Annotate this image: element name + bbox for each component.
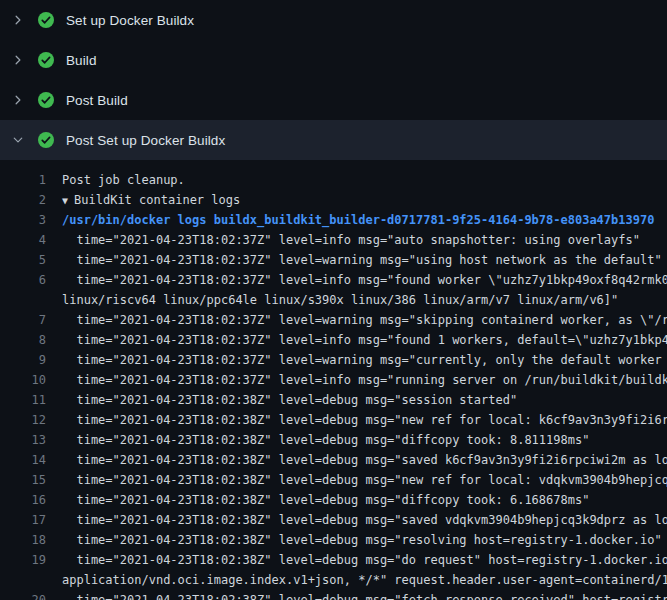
log-text: time="2021-04-23T18:02:38Z" level=debug …: [46, 450, 667, 470]
success-check-icon: [38, 92, 54, 108]
log-group-header[interactable]: ▼ BuildKit container logs: [46, 190, 240, 210]
line-number[interactable]: 4: [0, 230, 46, 250]
log-line: 7 time="2021-04-23T18:02:37Z" level=warn…: [0, 310, 667, 330]
log-line: 9 time="2021-04-23T18:02:37Z" level=warn…: [0, 350, 667, 370]
log-text: time="2021-04-23T18:02:37Z" level=info m…: [46, 330, 667, 350]
log-line: 8 time="2021-04-23T18:02:37Z" level=info…: [0, 330, 667, 350]
step-header-set-up-docker-buildx[interactable]: Set up Docker Buildx: [0, 0, 667, 40]
log-text: time="2021-04-23T18:02:38Z" level=debug …: [46, 470, 667, 490]
line-number[interactable]: 11: [0, 390, 46, 410]
actions-log-viewer: Set up Docker BuildxBuildPost BuildPost …: [0, 0, 667, 600]
line-number: [0, 570, 46, 590]
log-text: time="2021-04-23T18:02:38Z" level=debug …: [46, 430, 589, 450]
step-header-build[interactable]: Build: [0, 40, 667, 80]
log-text: time="2021-04-23T18:02:37Z" level=warnin…: [46, 310, 667, 330]
line-number[interactable]: 6: [0, 270, 46, 290]
log-line: 3/usr/bin/docker logs buildx_buildkit_bu…: [0, 210, 667, 230]
log-line: 5 time="2021-04-23T18:02:37Z" level=warn…: [0, 250, 667, 270]
success-check-icon: [38, 52, 54, 68]
step-title: Post Build: [66, 93, 128, 108]
log-content: 1Post job cleanup.2▼ BuildKit container …: [0, 160, 667, 600]
step-title: Post Set up Docker Buildx: [66, 133, 225, 148]
log-text: time="2021-04-23T18:02:38Z" level=debug …: [46, 410, 667, 430]
step-list: Set up Docker BuildxBuildPost BuildPost …: [0, 0, 667, 160]
log-text: time="2021-04-23T18:02:38Z" level=debug …: [46, 390, 517, 410]
line-number[interactable]: 13: [0, 430, 46, 450]
group-toggle-icon: ▼: [62, 195, 74, 206]
line-number[interactable]: 7: [0, 310, 46, 330]
log-text: time="2021-04-23T18:02:37Z" level=info m…: [46, 270, 667, 290]
success-check-icon: [38, 12, 54, 28]
log-line: 15 time="2021-04-23T18:02:38Z" level=deb…: [0, 470, 667, 490]
line-number[interactable]: 15: [0, 470, 46, 490]
line-number[interactable]: 9: [0, 350, 46, 370]
log-line: 14 time="2021-04-23T18:02:38Z" level=deb…: [0, 450, 667, 470]
log-line: 19 time="2021-04-23T18:02:38Z" level=deb…: [0, 550, 667, 570]
chevron-right-icon: [12, 54, 38, 66]
line-number[interactable]: 8: [0, 330, 46, 350]
line-number[interactable]: 5: [0, 250, 46, 270]
log-line: 6 time="2021-04-23T18:02:37Z" level=info…: [0, 270, 667, 290]
log-line: 11 time="2021-04-23T18:02:38Z" level=deb…: [0, 390, 667, 410]
chevron-right-icon: [12, 14, 38, 26]
group-label: BuildKit container logs: [74, 193, 240, 207]
line-number[interactable]: 14: [0, 450, 46, 470]
line-number[interactable]: 3: [0, 210, 46, 230]
line-number[interactable]: 18: [0, 530, 46, 550]
log-line: 17 time="2021-04-23T18:02:38Z" level=deb…: [0, 510, 667, 530]
log-line: 18 time="2021-04-23T18:02:38Z" level=deb…: [0, 530, 667, 550]
log-line: linux/riscv64 linux/ppc64le linux/s390x …: [0, 290, 667, 310]
log-text: time="2021-04-23T18:02:37Z" level=warnin…: [46, 350, 667, 370]
log-text: application/vnd.oci.image.index.v1+json,…: [46, 570, 667, 590]
line-number[interactable]: 17: [0, 510, 46, 530]
chevron-down-icon: [12, 134, 38, 146]
log-command: /usr/bin/docker logs buildx_buildkit_bui…: [46, 210, 654, 230]
log-line: application/vnd.oci.image.index.v1+json,…: [0, 570, 667, 590]
log-text: Post job cleanup.: [46, 170, 185, 190]
log-text: time="2021-04-23T18:02:38Z" level=debug …: [46, 590, 667, 600]
log-text: time="2021-04-23T18:02:38Z" level=debug …: [46, 490, 589, 510]
log-line: 16 time="2021-04-23T18:02:38Z" level=deb…: [0, 490, 667, 510]
log-text: time="2021-04-23T18:02:37Z" level=info m…: [46, 230, 640, 250]
line-number: [0, 290, 46, 310]
log-text: time="2021-04-23T18:02:38Z" level=debug …: [46, 550, 667, 570]
step-header-post-build[interactable]: Post Build: [0, 80, 667, 120]
log-line: 12 time="2021-04-23T18:02:38Z" level=deb…: [0, 410, 667, 430]
log-text: time="2021-04-23T18:02:38Z" level=debug …: [46, 510, 667, 530]
log-line: 2▼ BuildKit container logs: [0, 190, 667, 210]
line-number[interactable]: 10: [0, 370, 46, 390]
step-header-post-set-up-docker-buildx[interactable]: Post Set up Docker Buildx: [0, 120, 667, 160]
step-title: Set up Docker Buildx: [66, 13, 194, 28]
success-check-icon: [38, 132, 54, 148]
log-line: 20 time="2021-04-23T18:02:38Z" level=deb…: [0, 590, 667, 600]
log-text: time="2021-04-23T18:02:37Z" level=warnin…: [46, 250, 662, 270]
step-title: Build: [66, 53, 97, 68]
log-text: linux/riscv64 linux/ppc64le linux/s390x …: [46, 290, 618, 310]
line-number[interactable]: 16: [0, 490, 46, 510]
log-line: 4 time="2021-04-23T18:02:37Z" level=info…: [0, 230, 667, 250]
log-text: time="2021-04-23T18:02:37Z" level=info m…: [46, 370, 667, 390]
line-number[interactable]: 2: [0, 190, 46, 210]
log-line: 13 time="2021-04-23T18:02:38Z" level=deb…: [0, 430, 667, 450]
line-number[interactable]: 12: [0, 410, 46, 430]
line-number[interactable]: 20: [0, 590, 46, 600]
log-line: 10 time="2021-04-23T18:02:37Z" level=inf…: [0, 370, 667, 390]
log-text: time="2021-04-23T18:02:38Z" level=debug …: [46, 530, 662, 550]
log-line: 1Post job cleanup.: [0, 170, 667, 190]
chevron-right-icon: [12, 94, 38, 106]
line-number[interactable]: 1: [0, 170, 46, 190]
line-number[interactable]: 19: [0, 550, 46, 570]
